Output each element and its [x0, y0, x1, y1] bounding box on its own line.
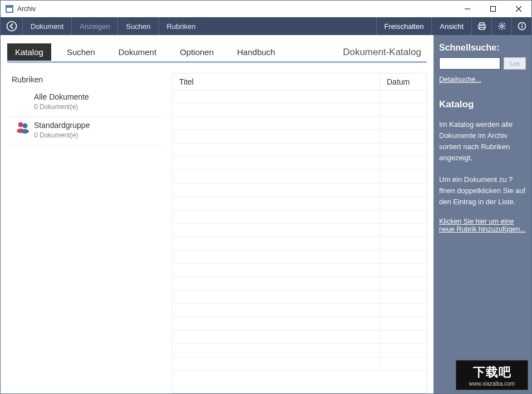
column-header-datum[interactable]: Datum	[380, 73, 426, 90]
search-go-button[interactable]: Los	[504, 57, 526, 70]
rubriken-panel: Rubriken Alle Dokumente 0 Dokument(e) St…	[7, 73, 172, 393]
table-row	[173, 224, 426, 237]
svg-rect-2	[7, 6, 12, 8]
table-row	[173, 130, 426, 144]
tab-katalog[interactable]: Katalog	[7, 43, 51, 61]
svg-line-16	[499, 23, 500, 24]
gear-icon[interactable]	[491, 17, 511, 35]
svg-point-24	[23, 124, 28, 129]
minimize-button[interactable]	[455, 1, 480, 17]
table-row	[173, 331, 426, 344]
svg-line-17	[504, 28, 505, 29]
table-row	[173, 344, 426, 357]
toolbar-item-anzeigen: Anzeigen	[72, 17, 118, 35]
table-row	[173, 90, 426, 104]
svg-point-21	[521, 24, 523, 25]
group-icon	[12, 120, 34, 134]
watermark: 下载吧 www.xiazaiba.com	[456, 360, 528, 390]
table-row	[173, 144, 426, 157]
title-bar: Archiv	[1, 1, 531, 17]
svg-point-26	[21, 129, 29, 134]
tab-suchen[interactable]: Suchen	[59, 43, 103, 61]
app-icon	[5, 4, 14, 13]
rubrik-count: 0 Dokument(e)	[34, 131, 90, 139]
watermark-url: www.xiazaiba.com	[469, 381, 515, 387]
table-body	[173, 90, 426, 393]
rubrik-item-standard[interactable]: Standardgruppe 0 Dokument(e)	[7, 117, 163, 145]
print-icon[interactable]	[471, 17, 491, 35]
table-row	[173, 264, 426, 277]
sidebar-paragraph-2: Um ein Dokument zu ?ffnen doppelklicken …	[439, 174, 526, 208]
window-controls	[455, 1, 531, 17]
table-row	[173, 184, 426, 197]
document-table: Titel Datum	[172, 73, 427, 393]
close-button[interactable]	[506, 1, 531, 17]
rubrik-name: Alle Dokumente	[34, 92, 89, 102]
tab-row: Katalog Suchen Dokument Optionen Handbuc…	[7, 43, 427, 63]
window-title: Archiv	[17, 5, 455, 13]
toolbar-menu: Dokument Anzeigen Suchen Rubriken	[23, 17, 204, 35]
sidebar: Schnellsuche: Los Detailsuche... Katalog…	[434, 35, 531, 393]
table-row	[173, 197, 426, 210]
toolbar-item-suchen[interactable]: Suchen	[118, 17, 159, 35]
toolbar-ansicht[interactable]: Ansicht	[431, 17, 471, 35]
tab-handbuch[interactable]: Handbuch	[229, 43, 283, 61]
svg-point-11	[500, 25, 503, 27]
table-header-row: Titel Datum	[173, 73, 426, 90]
add-rubrik-link[interactable]: Klicken Sie hier um eine neue Rubrik hin…	[439, 218, 526, 233]
svg-line-19	[499, 28, 500, 29]
table-row	[173, 304, 426, 317]
table-row	[173, 277, 426, 290]
info-icon[interactable]	[511, 17, 531, 35]
watermark-text: 下载吧	[473, 364, 511, 381]
quick-search-row: Los	[439, 57, 526, 70]
svg-point-7	[7, 22, 16, 31]
toolbar-freischalten[interactable]: Freischalten	[376, 17, 432, 35]
svg-rect-4	[491, 6, 496, 11]
sidebar-paragraph-1: Im Katalog werden alle Dokumente im Arch…	[439, 119, 526, 164]
rubrik-count: 0 Dokument(e)	[34, 103, 89, 111]
table-row	[173, 170, 426, 184]
table-row	[173, 250, 426, 264]
svg-point-23	[18, 122, 23, 127]
rubrik-name: Standardgruppe	[34, 120, 90, 130]
svg-rect-10	[480, 27, 484, 29]
table-row	[173, 210, 426, 224]
toolbar-item-rubriken[interactable]: Rubriken	[159, 17, 204, 35]
table-row	[173, 104, 426, 117]
table-row	[173, 290, 426, 304]
toolbar-item-dokument[interactable]: Dokument	[23, 17, 72, 35]
table-row	[173, 237, 426, 250]
main-panel: Katalog Suchen Dokument Optionen Handbuc…	[1, 35, 434, 393]
main-toolbar: Dokument Anzeigen Suchen Rubriken Freisc…	[1, 17, 531, 35]
sidebar-section-title: Katalog	[439, 99, 526, 110]
tab-heading: Dokument-Katalog	[343, 47, 427, 58]
rubriken-header: Rubriken	[7, 73, 163, 88]
tab-dokument[interactable]: Dokument	[111, 43, 164, 61]
tab-optionen[interactable]: Optionen	[172, 43, 221, 61]
back-button[interactable]	[1, 17, 23, 35]
content-area: Katalog Suchen Dokument Optionen Handbuc…	[1, 35, 531, 393]
detail-search-link[interactable]: Detailsuche...	[439, 76, 481, 83]
svg-line-18	[504, 23, 505, 24]
column-header-titel[interactable]: Titel	[173, 77, 380, 86]
quick-search-title: Schnellsuche:	[439, 43, 526, 53]
maximize-button[interactable]	[480, 1, 506, 17]
quick-search-input[interactable]	[439, 57, 500, 70]
table-row	[173, 117, 426, 130]
table-row	[173, 357, 426, 371]
rubrik-item-alle[interactable]: Alle Dokumente 0 Dokument(e)	[7, 88, 163, 117]
workspace: Rubriken Alle Dokumente 0 Dokument(e) St…	[7, 73, 427, 393]
table-row	[173, 157, 426, 170]
table-row	[173, 317, 426, 331]
